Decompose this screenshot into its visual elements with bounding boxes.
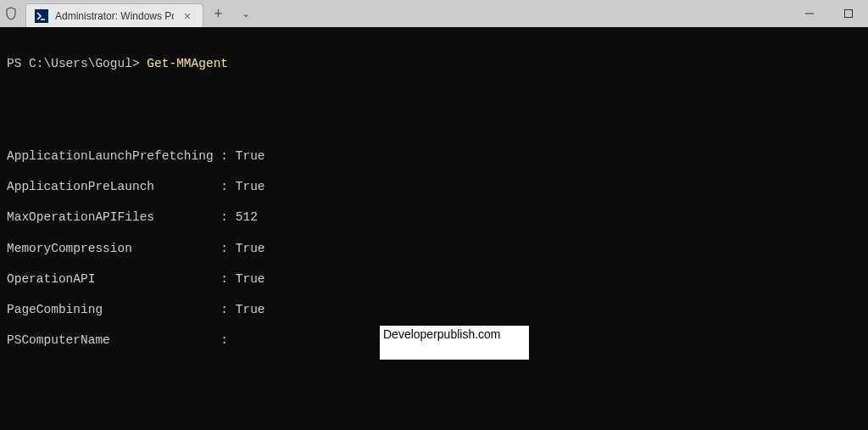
window-controls [790,0,868,27]
svg-rect-2 [845,10,853,18]
output-line: OperationAPI : True [7,271,861,287]
output-line: ApplicationPreLaunch : True [7,179,861,194]
output-line: MaxOperationAPIFiles : 512 [7,209,861,225]
tab-dropdown-button[interactable]: ⌄ [233,8,259,20]
prompt: PS C:\Users\Gogul> [7,57,147,70]
shield-icon [3,6,19,21]
new-tab-button[interactable]: + [203,5,233,23]
tab-powershell[interactable]: Administrator: Windows PowerS × [25,3,203,27]
command: Get-MMAgent [147,57,228,70]
terminal-output[interactable]: PS C:\Users\Gogul> Get-MMAgent Applicati… [0,27,868,430]
tab-close-button[interactable]: × [181,9,194,23]
output-line: PageCombining : True [7,302,861,317]
minimize-button[interactable] [790,0,829,27]
powershell-icon [35,9,48,23]
titlebar: Administrator: Windows PowerS × + ⌄ [0,0,868,27]
tab-title: Administrator: Windows PowerS [55,10,174,22]
watermark: Developerpublish.com [380,326,529,360]
output-line: MemoryCompression : True [7,241,861,256]
output-line: ApplicationLaunchPrefetching : True [7,148,861,164]
maximize-button[interactable] [829,0,868,27]
titlebar-left: Administrator: Windows PowerS × + ⌄ [3,0,259,27]
